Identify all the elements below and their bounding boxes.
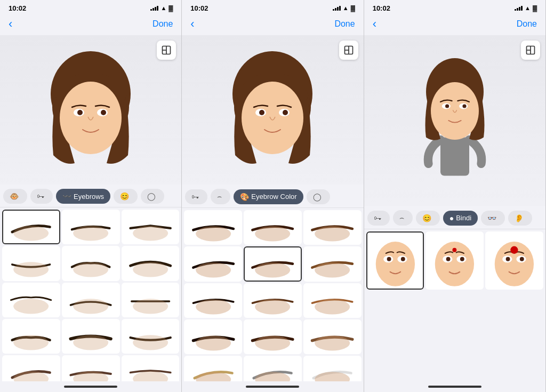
view-toggle-2[interactable]	[339, 41, 358, 60]
signal-icon-2	[333, 5, 341, 11]
eyebrow-option-3[interactable]	[122, 210, 180, 244]
back-button-3[interactable]: ‹	[373, 17, 376, 31]
svg-rect-54	[440, 138, 469, 176]
eyebrow-option-5[interactable]	[62, 246, 120, 281]
tab-eyebrow-color-2[interactable]: 🎨 Eyebrow Color	[234, 189, 303, 204]
color-option-9[interactable]	[303, 283, 362, 318]
color-option-6[interactable]	[303, 246, 362, 281]
nav-bar-1: ‹ Done	[0, 15, 181, 35]
bindi-option-none[interactable]	[366, 231, 424, 290]
svg-point-16	[13, 299, 49, 314]
svg-point-36	[196, 226, 231, 241]
color-option-15[interactable]	[303, 356, 362, 381]
tab-key-1[interactable]: 🗝	[30, 189, 53, 204]
done-button-1[interactable]: Done	[152, 19, 173, 29]
svg-point-15	[133, 262, 168, 277]
ear-icon-3: 👂	[515, 214, 524, 222]
tab-arc-3[interactable]: ⌢	[393, 210, 413, 226]
svg-point-14	[73, 262, 108, 277]
color-option-2[interactable]	[244, 210, 302, 245]
svg-point-66	[401, 257, 405, 261]
palette-icon: 🎨	[240, 193, 249, 201]
eyebrow-option-6[interactable]	[122, 246, 180, 281]
svg-point-43	[255, 299, 290, 314]
eyebrow-option-12[interactable]	[122, 319, 180, 354]
home-indicator-1	[0, 381, 181, 392]
eyebrow-option-1[interactable]	[2, 210, 60, 244]
key-icon-3: 🗝	[374, 214, 381, 222]
bindi-grid-area	[364, 229, 545, 381]
tab-circle-2[interactable]: ◯	[307, 189, 330, 204]
tab-glasses-3[interactable]: 👓	[481, 211, 505, 226]
eyebrow-option-7[interactable]	[2, 283, 60, 317]
svg-point-8	[77, 110, 83, 115]
face-icon-3: 😊	[422, 214, 431, 222]
color-option-13[interactable]	[184, 356, 242, 381]
svg-point-71	[460, 257, 464, 261]
home-bar-1	[64, 386, 117, 388]
tab-arc-2[interactable]: ⌢	[211, 189, 230, 204]
eyebrow-option-8[interactable]	[62, 283, 120, 317]
svg-point-65	[387, 257, 391, 261]
eyebrow-option-4[interactable]	[2, 246, 60, 281]
svg-point-60	[445, 104, 449, 108]
color-option-5[interactable]	[244, 246, 302, 281]
eyebrow-option-9[interactable]	[122, 283, 180, 317]
signal-icon-1	[150, 5, 158, 11]
svg-point-38	[315, 226, 350, 241]
bindi-option-large[interactable]	[485, 231, 543, 290]
color-option-1[interactable]	[184, 210, 242, 245]
svg-point-72	[453, 248, 457, 252]
eyebrow-color-grid	[182, 208, 363, 381]
status-time-3: 10:02	[373, 4, 390, 12]
tab-bindi-3[interactable]: ● Bindi	[443, 211, 478, 226]
svg-point-78	[510, 246, 518, 254]
tab-key-2[interactable]: 🗝	[185, 189, 207, 204]
nav-bar-2: ‹ Done	[182, 15, 363, 35]
done-button-3[interactable]: Done	[517, 19, 537, 29]
svg-point-17	[73, 299, 108, 314]
signal-icon-3	[515, 5, 523, 11]
svg-point-31	[242, 82, 303, 154]
color-option-3[interactable]	[303, 210, 362, 245]
color-option-12[interactable]	[303, 319, 362, 354]
color-option-14[interactable]	[244, 356, 302, 381]
svg-point-10	[13, 226, 49, 241]
panel-eyebrows: 10:02 ▲ ▓ ‹ Done	[0, 0, 182, 392]
done-button-2[interactable]: Done	[334, 19, 355, 29]
back-button-1[interactable]: ‹	[9, 17, 12, 31]
panel-bindi: 10:02 ▲ ▓ ‹ Done	[364, 0, 546, 392]
eyebrow-option-14[interactable]	[62, 355, 120, 381]
view-toggle-1[interactable]	[157, 41, 176, 60]
color-option-4[interactable]	[184, 246, 242, 281]
home-bar-2	[246, 386, 299, 388]
svg-point-41	[315, 263, 350, 278]
color-option-8[interactable]	[244, 283, 302, 318]
view-toggle-3[interactable]	[521, 41, 540, 60]
svg-point-47	[315, 335, 350, 350]
wifi-icon-1: ▲	[160, 5, 166, 11]
tab-eyebrows-1[interactable]: 〰️ Eyebrows	[56, 189, 110, 204]
tab-face-3[interactable]: 😊	[416, 211, 440, 226]
svg-point-35	[283, 110, 288, 115]
bindi-option-small[interactable]	[425, 231, 484, 290]
tab-emoji-1[interactable]: 🐵	[3, 189, 27, 204]
home-indicator-3	[364, 381, 545, 392]
svg-point-34	[259, 110, 264, 115]
back-button-2[interactable]: ‹	[190, 17, 194, 31]
color-option-11[interactable]	[244, 319, 302, 354]
color-option-10[interactable]	[184, 319, 242, 354]
eyebrow-option-11[interactable]	[62, 319, 120, 354]
eyebrow-option-13[interactable]	[2, 355, 60, 381]
eyebrow-option-10[interactable]	[2, 319, 60, 354]
nav-bar-3: ‹ Done	[364, 15, 545, 35]
tab-key-3[interactable]: 🗝	[367, 211, 390, 226]
key-icon-2: 🗝	[191, 193, 199, 201]
eyebrow-option-2[interactable]	[62, 210, 120, 244]
color-option-7[interactable]	[184, 283, 242, 318]
eyebrow-option-15[interactable]	[122, 355, 180, 381]
tab-face-1[interactable]: 😊	[114, 189, 138, 204]
tab-circle-1[interactable]: ◯	[141, 189, 164, 204]
tab-ear-3[interactable]: 👂	[508, 211, 532, 226]
avatar-area-3	[364, 35, 545, 206]
